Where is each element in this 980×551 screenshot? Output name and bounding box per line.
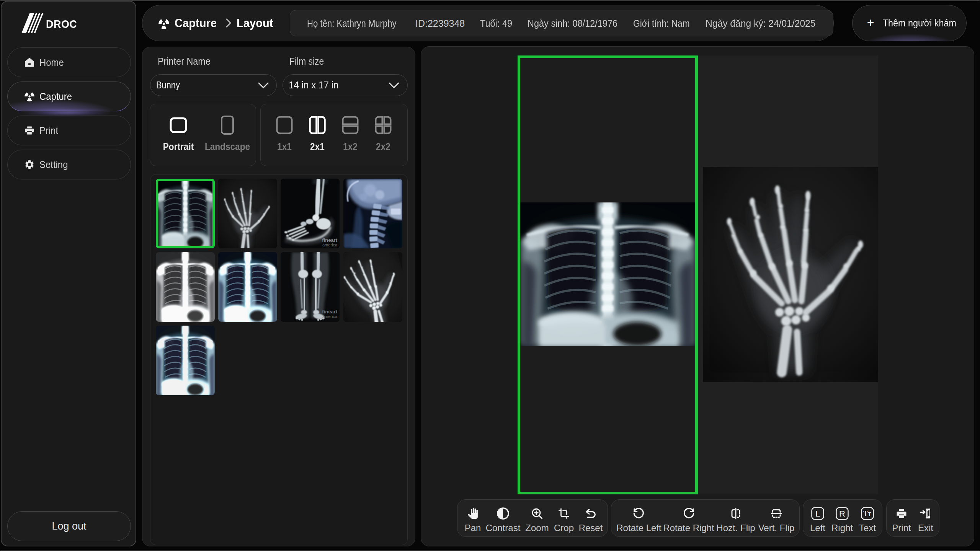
svg-text:L: L bbox=[815, 509, 820, 518]
svg-text:R: R bbox=[839, 509, 845, 518]
svg-text:Tᴛ: Tᴛ bbox=[863, 509, 871, 518]
